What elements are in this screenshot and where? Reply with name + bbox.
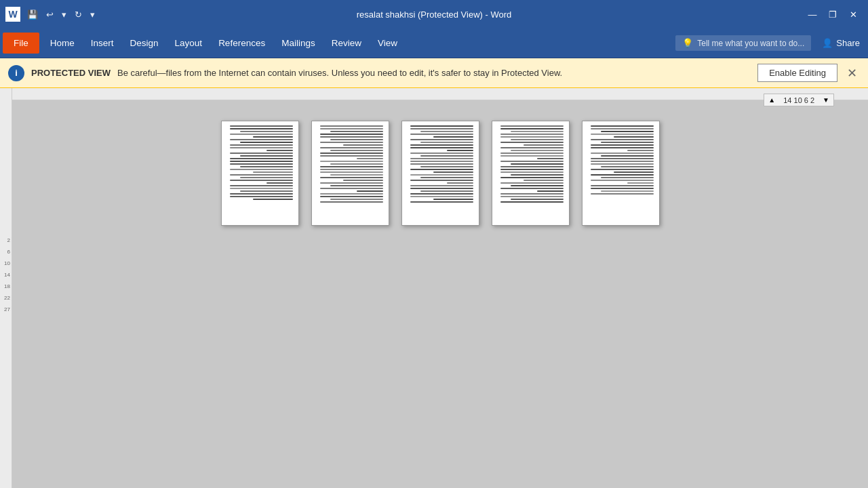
page-text-line: [591, 139, 653, 140]
page-text-line: [230, 152, 292, 154]
scroll-down-button[interactable]: ▼: [819, 95, 833, 105]
page-text-line: [537, 158, 564, 159]
page-text-line: [601, 131, 654, 132]
lightbulb-icon: 💡: [682, 38, 693, 48]
page-text-line: [591, 185, 653, 186]
page-1: [221, 121, 299, 226]
page-text-line: [500, 142, 563, 143]
save-button[interactable]: 💾: [24, 8, 41, 21]
page-text-line: [500, 161, 563, 162]
page-text-line: [330, 139, 383, 140]
page-text-line: [410, 147, 473, 148]
page-text-line: [420, 177, 473, 178]
page-text-line: [230, 147, 292, 148]
restore-button[interactable]: ❐: [823, 5, 842, 24]
page-text-line: [591, 125, 653, 127]
page-text-line: [410, 196, 473, 197]
page-text-line: [357, 190, 383, 192]
page-text-line: [410, 161, 473, 162]
page-2: [311, 121, 389, 226]
window-controls: — ❐ ✕: [803, 5, 863, 24]
page-text-line: [433, 199, 473, 200]
page-text-line: [500, 169, 563, 170]
menu-item-mailings[interactable]: Mailings: [273, 33, 323, 54]
page-text-line: [500, 188, 563, 189]
document-canvas: [12, 100, 868, 488]
content-area: ▲ 14 10 6 2 ▼ 2 6 10 14 18 22 27: [0, 88, 868, 488]
close-button[interactable]: ✕: [844, 5, 863, 24]
minimize-button[interactable]: —: [803, 5, 822, 24]
page-text-line: [511, 174, 564, 176]
scroll-up-button[interactable]: ▲: [765, 95, 778, 105]
page-text-line: [410, 180, 473, 181]
page-text-line: [500, 196, 563, 197]
protected-bar-close-button[interactable]: ✕: [844, 67, 860, 79]
undo-button[interactable]: ↩: [43, 8, 56, 21]
page-2-lines: [312, 121, 389, 207]
page-text-line: [320, 166, 382, 167]
page-text-line: [591, 144, 653, 146]
page-text-line: [511, 139, 564, 140]
enable-editing-button[interactable]: Enable Editing: [757, 64, 837, 82]
page-text-line: [230, 196, 292, 197]
page-text-line: [320, 182, 382, 184]
page-text-line: [420, 142, 473, 143]
page-text-line: [447, 182, 473, 184]
scroll-numbers: 14 10 6 2: [780, 96, 818, 104]
page-text-line: [320, 169, 382, 170]
undo-dropdown-button[interactable]: ▾: [59, 8, 69, 21]
page-text-line: [410, 201, 473, 203]
menu-item-view[interactable]: View: [370, 33, 406, 54]
menu-item-file[interactable]: File: [3, 33, 39, 54]
page-text-line: [420, 155, 473, 157]
page-text-line: [591, 193, 653, 195]
menu-bar: File Home Insert Design Layout Reference…: [0, 28, 868, 58]
page-text-line: [410, 188, 473, 189]
menu-item-home[interactable]: Home: [42, 33, 83, 54]
page-text-line: [410, 174, 473, 176]
page-text-line: [240, 131, 293, 132]
customize-button[interactable]: ▾: [87, 8, 98, 21]
page-text-line: [320, 128, 382, 129]
page-text-line: [511, 163, 564, 165]
page-text-line: [500, 125, 563, 127]
menu-item-references[interactable]: References: [210, 33, 273, 54]
page-text-line: [240, 166, 293, 167]
menu-item-review[interactable]: Review: [323, 33, 370, 54]
page-text-line: [601, 190, 654, 192]
share-button[interactable]: 👤 Share: [816, 35, 865, 51]
menu-item-layout[interactable]: Layout: [167, 33, 211, 54]
page-text-line: [591, 180, 653, 181]
page-text-line: [511, 199, 564, 200]
page-text-line: [230, 158, 292, 159]
menu-item-insert[interactable]: Insert: [83, 33, 122, 54]
page-text-line: [330, 163, 383, 165]
page-text-line: [420, 131, 473, 132]
page-text-line: [500, 134, 563, 135]
window-title: resalat shakhsi (Protected View) - Word: [357, 9, 512, 20]
page-3-lines: [402, 121, 479, 207]
redo-button[interactable]: ↻: [72, 8, 85, 21]
page-text-line: [410, 128, 473, 129]
tell-me-search[interactable]: 💡 Tell me what you want to do...: [675, 35, 811, 51]
page-text-line: [614, 136, 653, 138]
page-text-line: [410, 163, 473, 165]
protected-info-icon: i: [8, 65, 24, 81]
page-text-line: [511, 185, 564, 186]
vertical-ruler: 2 6 10 14 18 22 27: [0, 88, 12, 488]
page-text-line: [320, 177, 382, 178]
page-text-line: [500, 147, 563, 148]
page-text-line: [230, 169, 292, 170]
page-text-line: [410, 193, 473, 195]
page-text-line: [320, 155, 382, 157]
protected-view-message: Be careful—files from the Internet can c…: [117, 68, 751, 78]
page-text-line: [320, 136, 382, 138]
page-4: [492, 121, 570, 226]
page-text-line: [627, 150, 654, 151]
protected-view-bar: i PROTECTED VIEW Be careful—files from t…: [0, 58, 868, 88]
scroll-indicators: ▲ 14 10 6 2 ▼: [764, 94, 834, 106]
page-text-line: [240, 142, 293, 143]
menu-item-design[interactable]: Design: [122, 33, 167, 54]
page-text-line: [591, 128, 653, 129]
page-text-line: [627, 182, 654, 184]
